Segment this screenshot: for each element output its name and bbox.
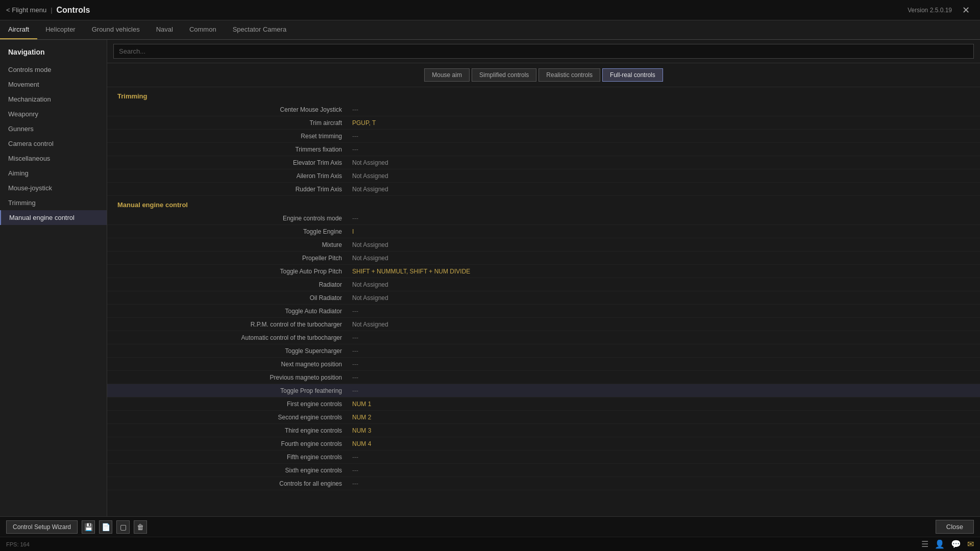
control-row[interactable]: RadiatorNot Assigned — [107, 278, 980, 291]
wizard-button[interactable]: Control Setup Wizard — [6, 520, 78, 534]
control-row[interactable]: Toggle Supercharger--- — [107, 344, 980, 358]
control-row[interactable]: Toggle Auto Prop PitchSHIFT + NUMMULT, S… — [107, 265, 980, 278]
control-name: Toggle Supercharger — [117, 347, 352, 355]
control-name: Controls for all engines — [117, 480, 352, 487]
person-icon: 👤 — [935, 539, 945, 549]
sidebar-item-trimming[interactable]: Trimming — [0, 195, 107, 210]
control-value: --- — [352, 334, 970, 341]
sidebar-item-weaponry[interactable]: Weaponry — [0, 107, 107, 121]
content-area[interactable]: Mouse aimSimplified controlsRealistic co… — [107, 40, 980, 516]
control-value: Not Assigned — [352, 241, 970, 248]
control-name: Rudder Trim Axis — [117, 186, 352, 193]
control-name: Trimmers fixation — [117, 146, 352, 153]
tab-spectator-camera[interactable]: Spectator Camera — [225, 20, 295, 39]
tab-naval[interactable]: Naval — [148, 20, 181, 39]
mail-icon: ✉ — [967, 539, 974, 549]
control-row[interactable]: Controls for all engines--- — [107, 477, 980, 490]
mode-btn-simplified-controls[interactable]: Simplified controls — [472, 68, 536, 82]
control-value: --- — [352, 133, 970, 140]
page-title: Controls — [57, 6, 90, 15]
control-value: Not Assigned — [352, 186, 970, 193]
control-row[interactable]: Trimmers fixation--- — [107, 143, 980, 156]
sidebar-item-mouse-joystick[interactable]: Mouse-joystick — [0, 181, 107, 195]
control-row[interactable]: Center Mouse Joystick--- — [107, 103, 980, 116]
control-name: Radiator — [117, 281, 352, 288]
control-name: Next magneto position — [117, 361, 352, 368]
sidebar-item-gunners[interactable]: Gunners — [0, 121, 107, 136]
control-value: --- — [352, 361, 970, 368]
control-row[interactable]: Trim aircraftPGUP, T — [107, 116, 980, 130]
control-row[interactable]: Automatic control of the turbocharger--- — [107, 331, 980, 344]
mode-btn-full-real-controls[interactable]: Full-real controls — [602, 68, 663, 82]
control-row[interactable]: First engine controlsNUM 1 — [107, 397, 980, 411]
control-name: Mixture — [117, 241, 352, 248]
control-value: --- — [352, 347, 970, 355]
control-row[interactable]: Fifth engine controls--- — [107, 450, 980, 464]
control-row[interactable]: R.P.M. control of the turbochargerNot As… — [107, 318, 980, 331]
sidebar-item-manual-engine-control[interactable]: Manual engine control — [0, 210, 107, 225]
control-name: Center Mouse Joystick — [117, 106, 352, 113]
control-row[interactable]: Second engine controlsNUM 2 — [107, 411, 980, 424]
controls-mode-bar: Mouse aimSimplified controlsRealistic co… — [107, 63, 980, 87]
tab-ground-vehicles[interactable]: Ground vehicles — [84, 20, 148, 39]
control-value: NUM 2 — [352, 414, 970, 421]
control-name: Previous magneto position — [117, 374, 352, 381]
control-name: First engine controls — [117, 400, 352, 408]
section-header-manual-engine-section: Manual engine control — [107, 196, 980, 212]
control-row[interactable]: Sixth engine controls--- — [107, 464, 980, 477]
tab-common[interactable]: Common — [181, 20, 225, 39]
control-value: --- — [352, 480, 970, 487]
control-row[interactable]: Propeller PitchNot Assigned — [107, 252, 980, 265]
control-value: --- — [352, 308, 970, 315]
icon-btn-1[interactable]: 💾 — [82, 520, 95, 534]
control-row[interactable]: MixtureNot Assigned — [107, 238, 980, 252]
control-row[interactable]: Toggle EngineI — [107, 225, 980, 238]
control-row[interactable]: Elevator Trim AxisNot Assigned — [107, 156, 980, 169]
control-name: Toggle Auto Prop Pitch — [117, 268, 352, 275]
control-row[interactable]: Toggle Prop feathering--- — [107, 384, 980, 397]
control-row[interactable]: Aileron Trim AxisNot Assigned — [107, 169, 980, 183]
search-bar — [107, 40, 980, 63]
back-link[interactable]: < Flight menu — [6, 6, 46, 14]
control-value: --- — [352, 454, 970, 461]
control-row[interactable]: Reset trimming--- — [107, 130, 980, 143]
tab-helicopter[interactable]: Helicopter — [37, 20, 84, 39]
icon-btn-4[interactable]: 🗑 — [134, 520, 147, 534]
sidebar-item-mechanization[interactable]: Mechanization — [0, 92, 107, 107]
control-row[interactable]: Oil RadiatorNot Assigned — [107, 291, 980, 305]
window-close-button[interactable]: ✕ — [958, 4, 974, 17]
control-name: Second engine controls — [117, 414, 352, 421]
control-row[interactable]: Rudder Trim AxisNot Assigned — [107, 183, 980, 196]
control-value: NUM 1 — [352, 400, 970, 408]
sidebar-item-camera-control[interactable]: Camera control — [0, 136, 107, 151]
control-value: Not Assigned — [352, 294, 970, 302]
control-value: PGUP, T — [352, 119, 970, 127]
mode-btn-realistic-controls[interactable]: Realistic controls — [538, 68, 600, 82]
control-value: Not Assigned — [352, 255, 970, 262]
tab-aircraft[interactable]: Aircraft — [0, 20, 37, 39]
sidebar-item-miscellaneous[interactable]: Miscellaneous — [0, 151, 107, 166]
version-text: Version 2.5.0.19 — [908, 7, 952, 14]
fps-counter: FPS: 164 — [6, 541, 30, 547]
sidebar-title: Navigation — [0, 44, 107, 62]
control-value: --- — [352, 106, 970, 113]
close-button[interactable]: Close — [936, 520, 974, 534]
control-row[interactable]: Previous magneto position--- — [107, 371, 980, 384]
icon-btn-2[interactable]: 📄 — [99, 520, 112, 534]
sidebar-item-movement[interactable]: Movement — [0, 77, 107, 92]
control-value: I — [352, 228, 970, 235]
control-row[interactable]: Third engine controlsNUM 3 — [107, 424, 980, 437]
sidebar-item-aiming[interactable]: Aiming — [0, 166, 107, 181]
icon-btn-3[interactable]: ▢ — [116, 520, 130, 534]
control-row[interactable]: Engine controls mode--- — [107, 212, 980, 225]
control-row[interactable]: Toggle Auto Radiator--- — [107, 305, 980, 318]
control-row[interactable]: Next magneto position--- — [107, 358, 980, 371]
sidebar-item-controls-mode[interactable]: Controls mode — [0, 62, 107, 77]
control-row[interactable]: Fourth engine controlsNUM 4 — [107, 437, 980, 450]
control-name: Toggle Prop feathering — [117, 387, 352, 394]
chat-icon: 💬 — [951, 539, 961, 549]
control-name: Sixth engine controls — [117, 467, 352, 474]
mode-btn-mouse-aim[interactable]: Mouse aim — [424, 68, 470, 82]
main-layout: Navigation Controls modeMovementMechaniz… — [0, 40, 980, 516]
search-input[interactable] — [113, 44, 974, 59]
